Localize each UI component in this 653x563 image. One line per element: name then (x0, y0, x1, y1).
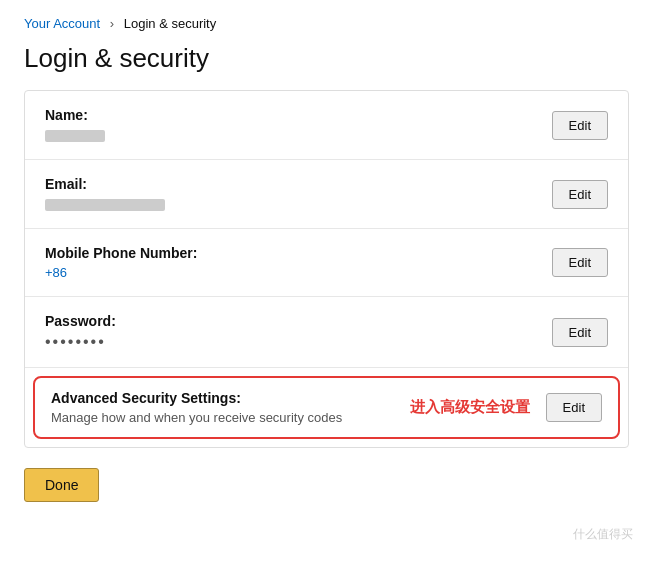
advanced-annotation: 进入高级安全设置 (410, 398, 530, 417)
advanced-row-wrapper: Advanced Security Settings: Manage how a… (25, 368, 628, 447)
advanced-inner: Advanced Security Settings: Manage how a… (51, 390, 530, 425)
password-label: Password: (45, 313, 552, 329)
advanced-subtitle: Manage how and when you receive security… (51, 410, 380, 425)
phone-edit-button[interactable]: Edit (552, 248, 608, 277)
breadcrumb: Your Account › Login & security (24, 16, 629, 31)
name-row: Name: Edit (25, 91, 628, 160)
phone-row: Mobile Phone Number: +86 Edit (25, 229, 628, 297)
phone-value: +86 (45, 265, 552, 280)
advanced-edit-button[interactable]: Edit (546, 393, 602, 422)
phone-label: Mobile Phone Number: (45, 245, 552, 261)
email-label: Email: (45, 176, 552, 192)
email-value (45, 199, 165, 211)
done-button[interactable]: Done (24, 468, 99, 502)
breadcrumb-separator: › (110, 16, 114, 31)
settings-card: Name: Edit Email: Edit Mobile Phone Numb… (24, 90, 629, 448)
password-row: Password: •••••••• Edit (25, 297, 628, 368)
name-edit-button[interactable]: Edit (552, 111, 608, 140)
name-content: Name: (45, 107, 552, 143)
password-edit-button[interactable]: Edit (552, 318, 608, 347)
password-content: Password: •••••••• (45, 313, 552, 351)
breadcrumb-account-link[interactable]: Your Account (24, 16, 100, 31)
password-value: •••••••• (45, 333, 552, 351)
email-edit-button[interactable]: Edit (552, 180, 608, 209)
phone-content: Mobile Phone Number: +86 (45, 245, 552, 280)
name-value (45, 130, 105, 142)
page-title: Login & security (24, 43, 629, 74)
name-label: Name: (45, 107, 552, 123)
advanced-content: Advanced Security Settings: Manage how a… (51, 390, 380, 425)
email-row: Email: Edit (25, 160, 628, 229)
advanced-label: Advanced Security Settings: (51, 390, 380, 406)
advanced-security-row: Advanced Security Settings: Manage how a… (33, 376, 620, 439)
breadcrumb-current: Login & security (124, 16, 217, 31)
email-content: Email: (45, 176, 552, 212)
